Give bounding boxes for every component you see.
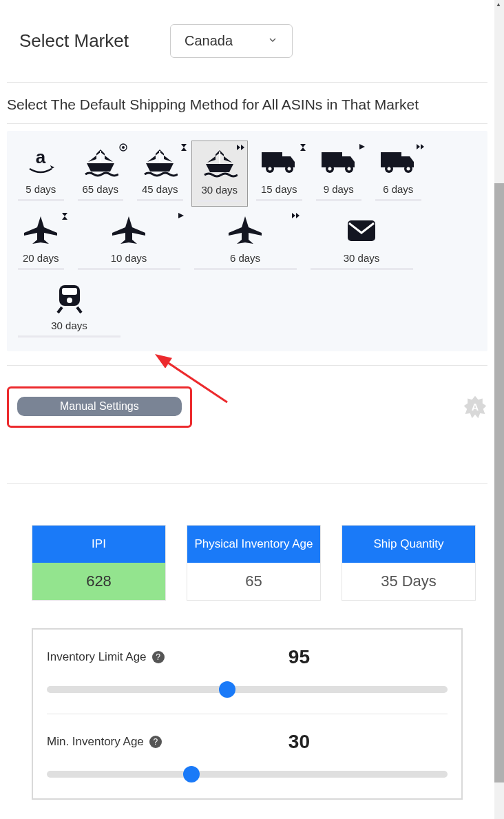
shipping-option-days: 6 days: [371, 183, 426, 195]
shipping-option-4[interactable]: 15 days: [251, 141, 308, 207]
min-inventory-age-slider-block: Min. Inventory Age ? 30: [47, 714, 448, 798]
svg-text:a: a: [36, 148, 46, 167]
amazon-icon: a: [14, 145, 68, 179]
ship-icon: [133, 145, 187, 179]
inventory-limit-age-slider[interactable]: [47, 686, 448, 693]
ship-quantity-value: 35 Days: [342, 563, 475, 600]
truck-icon: [252, 145, 306, 179]
ipi-card: IPI 628: [32, 525, 166, 601]
inventory-limit-age-slider-block: Inventory Limit Age ? 95: [47, 630, 448, 714]
ship-quantity-card: Ship Quantity 35 Days: [342, 525, 476, 601]
plane-icon: [190, 214, 301, 248]
shipping-option-0[interactable]: a5 days: [12, 141, 70, 207]
chevron-down-icon: [267, 33, 278, 49]
shipping-option-days: 30 days: [14, 320, 125, 331]
svg-rect-18: [348, 220, 375, 241]
divider: [7, 483, 487, 484]
shipping-option-days: 65 days: [74, 183, 128, 195]
underline: [137, 199, 183, 201]
truck-icon: [371, 145, 426, 179]
hourglass-badge-icon: [180, 143, 187, 153]
shipping-option-5[interactable]: 9 days: [311, 141, 368, 207]
shipping-option-days: 9 days: [312, 183, 366, 195]
ff-badge-icon: [416, 143, 426, 152]
underline: [18, 335, 120, 338]
shipping-option-7[interactable]: 20 days: [12, 209, 70, 274]
hourglass-badge-icon: [61, 212, 68, 222]
svg-point-5: [269, 167, 272, 171]
shipping-option-days: 45 days: [133, 183, 187, 195]
shipping-option-2[interactable]: 45 days: [132, 141, 189, 207]
shipping-option-6[interactable]: 6 days: [370, 141, 427, 207]
shipping-option-1[interactable]: 65 days: [72, 141, 129, 207]
physical-inventory-age-header: Physical Inventory Age: [187, 526, 320, 563]
svg-rect-8: [322, 152, 342, 167]
min-inventory-age-slider[interactable]: [47, 771, 448, 778]
plane-icon: [74, 214, 185, 248]
divider: [7, 123, 487, 124]
underline: [316, 199, 362, 201]
sliders-panel: Inventory Limit Age ? 95 Min. Inventory …: [32, 628, 463, 800]
underline: [18, 199, 64, 201]
play-badge-icon: [178, 212, 185, 220]
shipping-option-days: 6 days: [190, 252, 301, 264]
svg-point-7: [288, 167, 291, 171]
svg-point-15: [388, 167, 391, 171]
svg-rect-20: [62, 288, 77, 295]
svg-rect-13: [381, 152, 401, 167]
inventory-limit-age-label: Inventory Limit Age: [47, 650, 147, 664]
svg-rect-3: [262, 152, 282, 167]
svg-point-21: [67, 298, 72, 303]
shipping-option-10[interactable]: 30 days: [305, 209, 419, 274]
underline: [194, 268, 297, 270]
underline: [18, 268, 64, 270]
annotation-arrow-icon: [151, 354, 234, 409]
underline: [78, 199, 124, 201]
underline: [311, 268, 413, 270]
shipping-option-8[interactable]: 10 days: [72, 209, 186, 274]
svg-point-2: [122, 146, 125, 149]
hourglass-badge-icon: [300, 143, 306, 153]
shipping-option-days: 10 days: [74, 252, 185, 264]
divider: [7, 82, 487, 83]
svg-point-17: [407, 167, 410, 171]
shipping-option-days: 30 days: [193, 184, 246, 196]
help-icon[interactable]: ?: [152, 651, 165, 663]
shipping-options-grid: a5 days65 days45 days30 days15 days9 day…: [7, 131, 487, 351]
divider: [7, 365, 487, 366]
shipping-option-days: 20 days: [14, 252, 68, 264]
min-inventory-age-label: Min. Inventory Age: [47, 735, 144, 749]
ship-icon: [193, 145, 246, 180]
ship-icon: [74, 145, 128, 179]
physical-inventory-age-card: Physical Inventory Age 65: [187, 525, 321, 601]
underline: [198, 200, 242, 202]
svg-point-10: [328, 167, 331, 171]
ipi-card-value: 628: [32, 563, 165, 600]
mail-icon: [306, 214, 417, 248]
shipping-option-days: 30 days: [306, 252, 417, 264]
slider-thumb[interactable]: [219, 681, 235, 698]
shipping-option-days: 15 days: [252, 183, 306, 195]
ship-quantity-header: Ship Quantity: [342, 526, 475, 563]
truck-icon: [312, 145, 366, 179]
shipping-option-9[interactable]: 6 days: [189, 209, 302, 274]
ff-badge-icon: [236, 144, 246, 152]
play-badge-icon: [359, 143, 366, 152]
target-badge-icon: [119, 143, 127, 153]
train-icon: [14, 281, 125, 315]
slider-thumb[interactable]: [183, 766, 200, 782]
shipping-option-3[interactable]: 30 days: [191, 141, 249, 207]
min-inventory-age-value: 30: [288, 731, 310, 753]
help-icon[interactable]: ?: [149, 736, 162, 748]
shipping-option-days: 5 days: [14, 183, 68, 195]
shipping-option-11[interactable]: 30 days: [12, 277, 126, 342]
auto-badge-icon[interactable]: A: [463, 395, 487, 419]
svg-point-12: [347, 167, 350, 171]
ff-badge-icon: [291, 212, 301, 220]
scrollbar-thumb[interactable]: [494, 183, 504, 782]
physical-inventory-age-value: 65: [187, 563, 320, 600]
shipping-section-title: Select The Default Shipping Method for A…: [7, 96, 487, 113]
market-select[interactable]: Canada: [170, 24, 293, 58]
scroll-up-icon[interactable]: ▲: [496, 1, 501, 8]
select-market-label: Select Market: [19, 30, 129, 52]
